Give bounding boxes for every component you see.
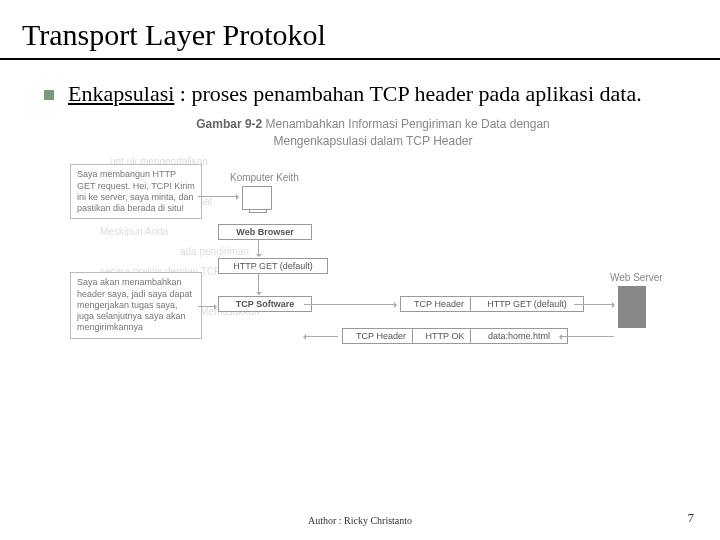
box-tcp-software: TCP Software [218, 296, 312, 312]
figure-diagram: Saya membangun HTTP GET request. Hei, TC… [70, 156, 676, 396]
figure-caption-line1: Menambahkan Informasi Pengiriman ke Data… [266, 117, 550, 131]
connector [258, 240, 259, 256]
slide-footer: Author : Ricky Christanto 7 [0, 515, 720, 526]
box-web-browser: Web Browser [218, 224, 312, 240]
box-http-ok: HTTP OK [412, 328, 478, 344]
bullet-item: Enkapsulasi : proses penambahan TCP head… [44, 80, 676, 108]
bullet-text: Enkapsulasi : proses penambahan TCP head… [68, 80, 642, 108]
page-number: 7 [688, 510, 695, 526]
figure-9-2: unt uk mengendalikan ke destinasi yang t… [70, 116, 676, 416]
connector [304, 336, 338, 337]
connector [560, 336, 614, 337]
connector [304, 304, 396, 305]
figure-caption: Gambar 9-2 Menambahkan Informasi Pengiri… [70, 116, 676, 151]
label-computer: Komputer Keith [230, 172, 299, 183]
box-data: data:home.html [470, 328, 568, 344]
figure-number: Gambar 9-2 [196, 117, 262, 131]
box-tcp-header-out: TCP Header [400, 296, 478, 312]
connector [258, 274, 259, 294]
connector [574, 304, 614, 305]
callout-http-get: Saya membangun HTTP GET request. Hei, TC… [70, 164, 202, 219]
slide-title: Transport Layer Protokol [0, 0, 720, 52]
box-http-get: HTTP GET (default) [218, 258, 328, 274]
callout-tcp-header: Saya akan menambahkan header saya, jadi … [70, 272, 202, 338]
label-webserver: Web Server [610, 272, 663, 283]
box-tcp-header-in: TCP Header [342, 328, 420, 344]
bullet-icon [44, 90, 54, 100]
author-text: Author : Ricky Christanto [0, 515, 720, 526]
server-icon [618, 286, 646, 328]
figure-caption-line2: Mengenkapsulasi dalam TCP Header [273, 134, 472, 148]
connector [198, 196, 238, 197]
computer-icon [242, 186, 272, 210]
connector [198, 306, 216, 307]
box-http-get-out: HTTP GET (default) [470, 296, 584, 312]
